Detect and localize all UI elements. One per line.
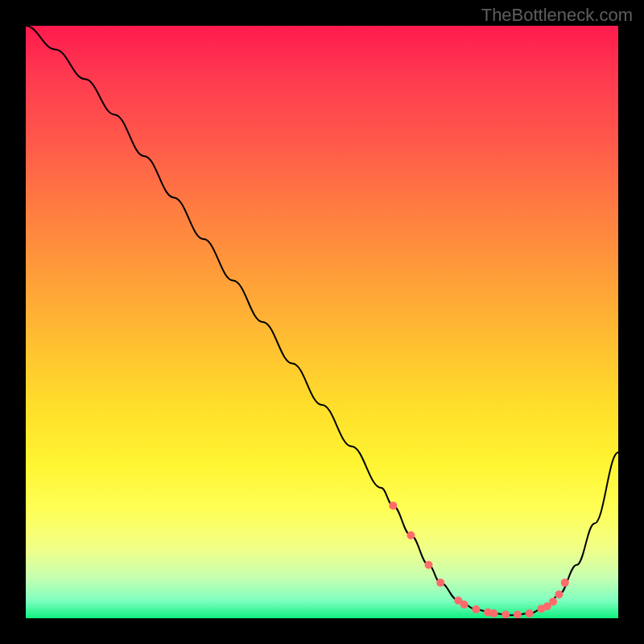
plot-area [26,26,618,618]
watermark-text: TheBottleneck.com [481,5,633,26]
highlight-dot [489,609,497,617]
chart-svg [26,26,618,618]
highlight-dot [561,579,569,587]
bottleneck-curve-line [26,26,618,615]
highlight-dot [526,609,534,617]
highlight-dot [555,591,563,599]
highlight-dot [436,579,444,587]
highlight-dot [389,502,397,510]
highlight-dot [424,561,432,569]
highlight-dot [407,531,415,539]
highlight-dot [549,597,557,605]
highlight-dot [514,611,522,618]
optimal-range-dots [389,502,568,618]
highlight-dot [460,601,469,609]
highlight-dot [472,605,480,613]
highlight-dot [502,611,510,618]
